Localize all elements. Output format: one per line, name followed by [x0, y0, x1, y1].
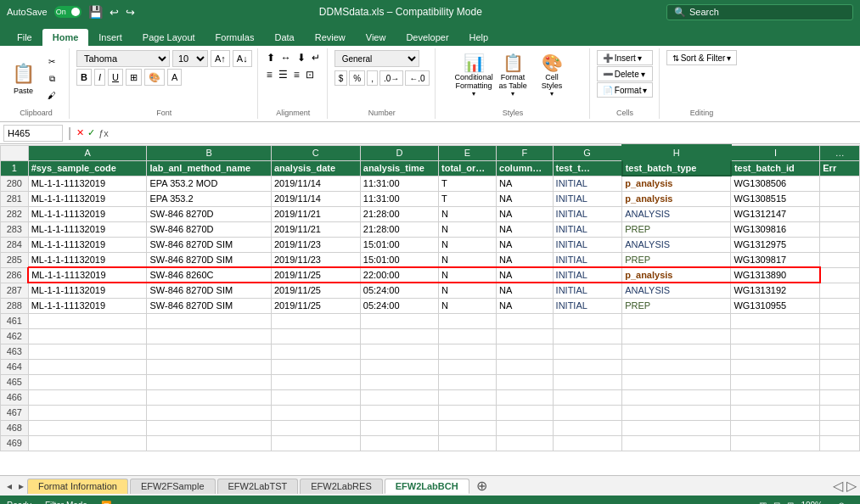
cell-461-6[interactable] — [553, 313, 622, 328]
header-err[interactable]: Err — [820, 160, 860, 176]
cell-467-0[interactable] — [28, 405, 147, 420]
cell-466-0[interactable] — [28, 389, 147, 405]
cell-467-3[interactable] — [360, 405, 438, 420]
cell-extra-282[interactable] — [820, 206, 860, 221]
cell-287-3[interactable]: 05:24:00 — [360, 283, 438, 298]
cell-468-0[interactable] — [28, 420, 147, 435]
cell-285-0[interactable]: ML-1-1-11132019 — [28, 252, 147, 267]
cell-281-5[interactable]: NA — [497, 191, 554, 206]
cell-288-3[interactable]: 05:24:00 — [360, 298, 438, 313]
cell-281-1[interactable]: EPA 353.2 — [147, 191, 271, 206]
cell-461-4[interactable] — [439, 313, 497, 328]
cell-465-1[interactable] — [147, 374, 271, 389]
cell-468-1[interactable] — [147, 420, 271, 435]
cell-467-2[interactable] — [271, 405, 360, 420]
cell-283-2[interactable]: 2019/11/21 — [271, 221, 360, 237]
wrap-text-button[interactable]: ↵ — [310, 50, 322, 65]
cell-extra-283[interactable] — [820, 221, 860, 237]
cell-467-7[interactable] — [622, 405, 731, 420]
cell-466-4[interactable] — [439, 389, 497, 405]
cell-280-1[interactable]: EPA 353.2 MOD — [147, 176, 271, 191]
col-header-g[interactable]: G — [553, 145, 622, 160]
cell-469-5[interactable] — [497, 435, 554, 451]
cell-285-2[interactable]: 2019/11/23 — [271, 252, 360, 267]
cell-461-0[interactable] — [28, 313, 147, 328]
cell-465-5[interactable] — [497, 374, 554, 389]
cell-283-8[interactable]: WG1309816 — [731, 221, 820, 237]
cell-469-2[interactable] — [271, 435, 360, 451]
cell-464-0[interactable] — [28, 359, 147, 374]
cell-285-1[interactable]: SW-846 8270D SIM — [147, 252, 271, 267]
cell-287-4[interactable]: N — [439, 283, 497, 298]
zoom-slider[interactable]: —⊙— — [829, 501, 853, 505]
tab-file[interactable]: File — [7, 29, 42, 46]
cell-462-2[interactable] — [271, 328, 360, 344]
cell-462-4[interactable] — [439, 328, 497, 344]
cell-286-2[interactable]: 2019/11/25 — [271, 267, 360, 283]
cell-284-2[interactable]: 2019/11/23 — [271, 237, 360, 252]
cell-extra-464[interactable] — [820, 359, 860, 374]
cell-461-1[interactable] — [147, 313, 271, 328]
cell-extra-468[interactable] — [820, 420, 860, 435]
insert-button[interactable]: ➕ Insert ▾ — [597, 50, 654, 65]
cell-464-1[interactable] — [147, 359, 271, 374]
cell-280-7[interactable]: p_analysis — [622, 176, 731, 191]
cell-463-4[interactable] — [439, 344, 497, 359]
cell-280-0[interactable]: ML-1-1-11132019 — [28, 176, 147, 191]
sheet-tab-efw2labres[interactable]: EFW2LabRES — [300, 479, 383, 494]
cell-extra-286[interactable] — [820, 267, 860, 283]
tab-home[interactable]: Home — [42, 29, 89, 46]
sheet-tab-format-information[interactable]: Format Information — [27, 479, 128, 494]
cell-288-5[interactable]: NA — [497, 298, 554, 313]
formula-input[interactable] — [112, 128, 857, 138]
cell-469-8[interactable] — [731, 435, 820, 451]
tab-data[interactable]: Data — [264, 29, 304, 46]
cell-461-7[interactable] — [622, 313, 731, 328]
cell-284-4[interactable]: N — [439, 237, 497, 252]
cell-465-0[interactable] — [28, 374, 147, 389]
cell-466-8[interactable] — [731, 389, 820, 405]
cell-461-5[interactable] — [497, 313, 554, 328]
view-normal-icon[interactable]: ▦ — [759, 501, 767, 505]
font-size-select[interactable]: 10 — [172, 50, 208, 67]
cell-extra-281[interactable] — [820, 191, 860, 206]
italic-button[interactable]: I — [94, 69, 105, 86]
cell-464-3[interactable] — [360, 359, 438, 374]
col-header-i[interactable]: I — [731, 145, 820, 160]
tab-page-layout[interactable]: Page Layout — [132, 29, 205, 46]
cell-467-5[interactable] — [497, 405, 554, 420]
merge-button[interactable]: ⊡ — [304, 67, 316, 82]
save-icon[interactable]: 💾 — [88, 5, 103, 19]
cell-extra-284[interactable] — [820, 237, 860, 252]
cell-288-7[interactable]: PREP — [622, 298, 731, 313]
cell-461-8[interactable] — [731, 313, 820, 328]
cell-466-2[interactable] — [271, 389, 360, 405]
cell-extra-280[interactable] — [820, 176, 860, 191]
cell-462-5[interactable] — [497, 328, 554, 344]
cell-283-5[interactable]: NA — [497, 221, 554, 237]
percent-button[interactable]: % — [349, 70, 365, 86]
cell-extra-461[interactable] — [820, 313, 860, 328]
cell-281-0[interactable]: ML-1-1-11132019 — [28, 191, 147, 206]
confirm-formula-icon[interactable]: ✓ — [87, 127, 95, 138]
cell-284-0[interactable]: ML-1-1-11132019 — [28, 237, 147, 252]
cell-285-3[interactable]: 15:01:00 — [360, 252, 438, 267]
cell-288-6[interactable]: INITIAL — [553, 298, 622, 313]
cell-463-3[interactable] — [360, 344, 438, 359]
cell-281-7[interactable]: p_analysis — [622, 191, 731, 206]
cell-extra-465[interactable] — [820, 374, 860, 389]
cell-281-8[interactable]: WG1308515 — [731, 191, 820, 206]
cell-468-5[interactable] — [497, 420, 554, 435]
format-as-table-button[interactable]: 📋 Format as Table ▾ — [495, 50, 531, 100]
cell-282-3[interactable]: 21:28:00 — [360, 206, 438, 221]
horizontal-scrollbar[interactable]: ◁ ▷ — [833, 478, 857, 494]
decrease-decimal-button[interactable]: ←.0 — [405, 70, 429, 86]
cell-462-7[interactable] — [622, 328, 731, 344]
cell-282-2[interactable]: 2019/11/21 — [271, 206, 360, 221]
col-header-h[interactable]: H — [622, 145, 731, 160]
cell-287-1[interactable]: SW-846 8270D SIM — [147, 283, 271, 298]
cell-284-8[interactable]: WG1312975 — [731, 237, 820, 252]
cell-465-3[interactable] — [360, 374, 438, 389]
cell-469-6[interactable] — [553, 435, 622, 451]
cell-280-3[interactable]: 11:31:00 — [360, 176, 438, 191]
